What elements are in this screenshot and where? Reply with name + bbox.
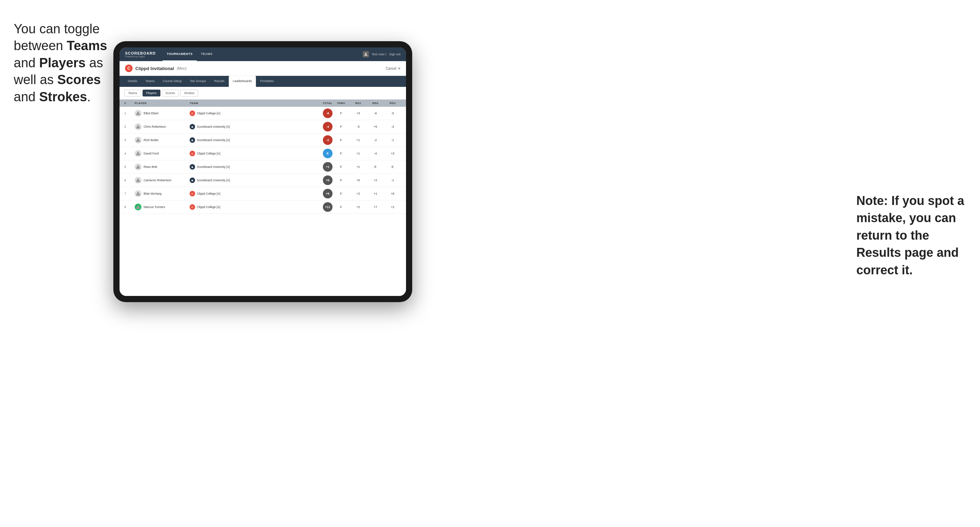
team-cell: C Clippd College [A] <box>189 151 309 156</box>
table-row: 1 Elliot Ebert C Clippd College [A] -8 F… <box>119 107 406 120</box>
thru-cell: F <box>332 165 350 168</box>
tournament-title-row: C Clippd Invitational (Men) <box>125 65 186 72</box>
rd2-cell: +2 <box>367 179 384 182</box>
total-score: +6 <box>323 189 332 198</box>
col-rank: # <box>124 102 135 105</box>
rank-cell: 7 <box>124 192 135 195</box>
player-cell: Marcus Turners <box>135 203 189 210</box>
tab-results[interactable]: Results <box>210 76 229 87</box>
strokes-bold: Strokes <box>39 90 87 104</box>
player-avatar <box>135 137 142 143</box>
scoreboard-logo: SCOREBOARD Powered by clippd <box>125 51 156 58</box>
rd3-cell: +3 <box>384 152 401 155</box>
right-annotation: Note: If you spot a mistake, you can ret… <box>856 192 966 279</box>
rank-cell: 4 <box>124 152 135 155</box>
left-annotation: You can toggle between Teams and Players… <box>14 21 110 105</box>
col-rd2: RD2 <box>367 102 384 105</box>
team-name: Scoreboard University [A] <box>197 125 230 129</box>
col-thru: THRU <box>332 102 350 105</box>
toggle-teams[interactable]: Teams <box>124 90 141 97</box>
table-row: 6 Cameron Robertson ■ Scoreboard Univers… <box>119 174 406 187</box>
rd1-cell: +3 <box>350 111 367 115</box>
player-name: Rich Butler <box>143 138 159 142</box>
tab-printables[interactable]: Printables <box>256 76 278 87</box>
nav-tournaments[interactable]: TOURNAMENTS <box>162 48 196 61</box>
rd1-cell: +1 <box>350 165 367 168</box>
toggle-players[interactable]: Players <box>143 90 161 97</box>
note-text: Note: If you spot a mistake, you can ret… <box>856 194 964 277</box>
col-player: PLAYER <box>135 102 189 105</box>
team-logo: C <box>189 151 195 156</box>
rd2-cell: +7 <box>367 205 384 209</box>
table-row: 7 Blair McHarg C Clippd College [A] +6 F… <box>119 187 406 200</box>
rd2-cell: -6 <box>367 111 384 115</box>
player-avatar <box>135 190 142 197</box>
total-score: +6 <box>323 175 332 185</box>
nav-links: TOURNAMENTS TEAMS <box>162 48 363 61</box>
player-cell: Chris Robertson <box>135 123 189 130</box>
rd1-cell: -5 <box>350 125 367 129</box>
svg-point-1 <box>365 53 367 55</box>
top-nav: SCOREBOARD Powered by clippd TOURNAMENTS… <box>119 48 406 61</box>
rd2-cell: -4 <box>367 152 384 155</box>
player-name: Elliot Ebert <box>143 111 159 115</box>
table-row: 2 Chris Robertson ■ Scoreboard Universit… <box>119 120 406 133</box>
sign-out[interactable]: Sign out <box>389 52 401 56</box>
tab-teams[interactable]: Teams <box>142 76 159 87</box>
player-name: Rees Britt <box>143 165 158 168</box>
team-logo: C <box>189 204 195 210</box>
player-avatar <box>135 203 142 210</box>
scores-bold: Scores <box>57 73 101 87</box>
rd1-cell: +2 <box>350 205 367 209</box>
player-name: Chris Robertson <box>143 125 166 129</box>
table-row: 3 Rich Butler ■ Scoreboard University [A… <box>119 133 406 147</box>
tab-course-setup[interactable]: Course Setup <box>159 76 186 87</box>
team-cell: C Clippd College [A] <box>189 191 309 196</box>
rank-cell: 6 <box>124 179 135 182</box>
toggle-strokes[interactable]: Strokes <box>180 90 199 97</box>
cancel-button[interactable]: Cancel ✕ <box>386 67 401 70</box>
player-cell: Cameron Robertson <box>135 177 189 184</box>
leaderboard-table: # PLAYER TEAM TOTAL THRU RD1 RD2 RD3 1 E… <box>119 100 406 296</box>
tablet-screen: SCOREBOARD Powered by clippd TOURNAMENTS… <box>119 48 406 296</box>
team-cell: ■ Scoreboard University [A] <box>189 178 309 183</box>
team-logo: ■ <box>189 137 195 143</box>
tab-nav: Details Teams Course Setup Tee Groups Re… <box>119 76 406 87</box>
brand-name: SCOREBOARD <box>125 51 156 55</box>
rd1-cell: +1 <box>350 152 367 155</box>
player-avatar <box>135 150 142 157</box>
table-row: 8 Marcus Turners C Clippd College [A] +1… <box>119 200 406 214</box>
tab-leaderboards[interactable]: Leaderboards <box>229 76 256 87</box>
player-cell: Blair McHarg <box>135 190 189 197</box>
rd2-cell: -2 <box>367 138 384 142</box>
clippd-logo: C <box>125 65 133 72</box>
player-name: Cameron Robertson <box>143 179 172 182</box>
nav-teams[interactable]: TEAMS <box>197 48 217 61</box>
col-total: TOTAL <box>309 102 332 105</box>
sub-toggle: Teams Players Scores Strokes <box>119 87 406 100</box>
tournament-header: C Clippd Invitational (Men) Cancel ✕ <box>119 61 406 76</box>
thru-cell: F <box>332 152 350 155</box>
team-logo: ■ <box>189 124 195 129</box>
thru-cell: F <box>332 111 350 115</box>
teams-bold: Teams <box>67 38 107 53</box>
team-name: Clippd College [A] <box>197 111 220 115</box>
tab-tee-groups[interactable]: Tee Groups <box>186 76 210 87</box>
player-cell: Elliot Ebert <box>135 110 189 117</box>
rd1-cell: +2 <box>350 192 367 195</box>
players-bold: Players <box>39 56 86 70</box>
powered-by: Powered by clippd <box>125 55 156 58</box>
team-name: Clippd College [A] <box>197 192 220 195</box>
rd2-cell: +5 <box>367 125 384 129</box>
player-cell: Rich Butler <box>135 137 189 143</box>
tab-details[interactable]: Details <box>124 76 142 87</box>
close-icon: ✕ <box>398 67 401 70</box>
rd2-cell: E <box>367 165 384 168</box>
team-cell: C Clippd College [A] <box>189 111 309 116</box>
player-avatar <box>135 110 142 117</box>
total-score: +11 <box>323 202 332 212</box>
rd3-cell: -5 <box>384 111 401 115</box>
player-avatar <box>135 163 142 170</box>
player-name: David Ford <box>143 152 159 155</box>
toggle-scores[interactable]: Scores <box>162 90 179 97</box>
